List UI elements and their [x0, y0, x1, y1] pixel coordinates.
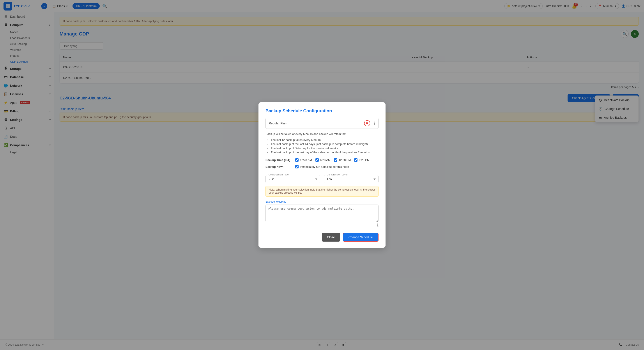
bullet-3: The last backup of Saturday for the prev… — [271, 146, 378, 150]
exclude-info-icon-wrap: ℹ — [266, 223, 378, 228]
plan-heart-icon[interactable]: ♥ — [364, 120, 370, 126]
exclude-section: Exclude folder/file ℹ — [266, 200, 378, 228]
time-label-4: 6:28 PM — [359, 158, 369, 162]
bullet-4: The last backup of the last day of the c… — [271, 151, 378, 154]
compression-level-group: Compression Level Low Medium High — [324, 175, 378, 183]
backup-description: Backup will be taken at every 6 hours an… — [266, 132, 378, 136]
time-option-1: 12:28 AM — [295, 158, 312, 162]
compression-row: Compression Type ZLib None LZ4 Compressi… — [266, 173, 378, 183]
backup-now-checkbox-label: Immediately run a backup for this node — [300, 165, 349, 168]
backup-time-row: Backup Time (IST) 12:28 AM 6:28 AM 12:28… — [266, 158, 378, 162]
compression-type-label: Compression Type — [268, 173, 290, 176]
modal-title: Backup Schedule Configuration — [266, 108, 378, 114]
time-option-2: 6:28 AM — [316, 158, 330, 162]
backup-time-label: Backup Time (IST) — [266, 158, 292, 162]
plan-selector: Regular Plan ♥ ℹ — [266, 118, 378, 129]
modal-overlay: Backup Schedule Configuration Regular Pl… — [0, 0, 644, 350]
backup-schedule-modal: Backup Schedule Configuration Regular Pl… — [258, 102, 386, 248]
modal-footer: Close Change Schedule — [266, 233, 378, 242]
time-label-2: 6:28 AM — [320, 158, 330, 162]
time-checkbox-2[interactable] — [316, 158, 319, 162]
plan-info-icon[interactable]: ℹ — [374, 121, 375, 126]
backup-now-checkbox-group: Immediately run a backup for this node — [295, 165, 349, 168]
backup-now-row: Backup Now: Immediately run a backup for… — [266, 165, 378, 168]
compression-type-group: Compression Type ZLib None LZ4 — [266, 175, 320, 183]
plan-value: Regular Plan — [269, 122, 364, 125]
time-label-3: 12:28 PM — [339, 158, 351, 162]
exclude-input-wrapper: ℹ — [266, 204, 378, 228]
compression-level-select[interactable]: Low Medium High — [324, 175, 378, 183]
backup-now-label: Backup Now: — [266, 165, 292, 168]
compression-level-label: Compression Level — [326, 173, 348, 176]
time-option-3: 12:28 PM — [334, 158, 351, 162]
note-box: Note: When making your selection, note t… — [266, 186, 378, 197]
time-checkbox-1[interactable] — [295, 158, 298, 162]
exclude-textarea[interactable] — [266, 204, 378, 222]
exclude-info-icon[interactable]: ℹ — [377, 223, 378, 228]
time-label-1: 12:28 AM — [300, 158, 312, 162]
backup-bullets: The last 12 backup taken every 6 hours T… — [266, 138, 378, 154]
backup-now-checkbox[interactable] — [295, 165, 298, 168]
close-modal-button[interactable]: Close — [322, 233, 340, 242]
time-checkbox-3[interactable] — [334, 158, 337, 162]
exclude-label: Exclude folder/file — [266, 200, 378, 203]
bullet-1: The last 12 backup taken every 6 hours — [271, 138, 378, 142]
time-checkbox-4[interactable] — [354, 158, 358, 162]
change-schedule-button[interactable]: Change Schedule — [343, 233, 378, 242]
compression-type-select[interactable]: ZLib None LZ4 — [266, 175, 320, 183]
time-option-4: 6:28 PM — [354, 158, 369, 162]
bullet-2: The last backup of the last 14 days (las… — [271, 142, 378, 146]
